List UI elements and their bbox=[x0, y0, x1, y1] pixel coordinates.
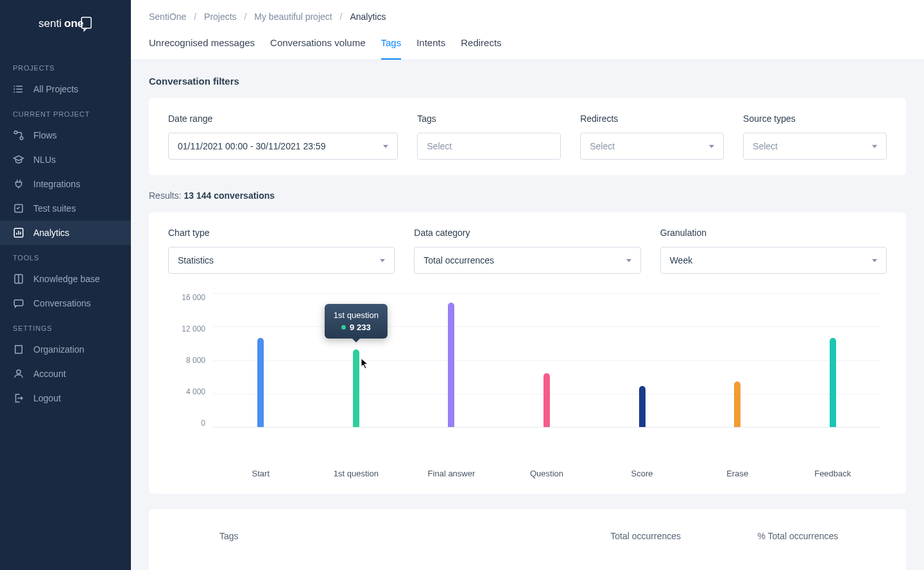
tab-redirects[interactable]: Redirects bbox=[461, 37, 501, 60]
select-placeholder: Select bbox=[590, 141, 615, 151]
table-col-pct: % Total occurrences bbox=[722, 531, 874, 541]
breadcrumb-current: Analytics bbox=[350, 12, 386, 22]
data-category-select[interactable]: Total occurrences bbox=[414, 247, 640, 274]
chevron-down-icon bbox=[872, 259, 877, 262]
brand-logo: senti one bbox=[0, 15, 131, 55]
bar bbox=[639, 386, 646, 427]
nav-test-suites[interactable]: Test suites bbox=[0, 196, 131, 221]
nav-label: Conversations bbox=[33, 298, 91, 308]
chat-icon bbox=[13, 298, 24, 309]
source-types-select[interactable]: Select bbox=[743, 133, 887, 160]
date-range-value: 01/11/2021 00:00 - 30/11/2021 23:59 bbox=[178, 141, 325, 151]
y-tick: 12 000 bbox=[175, 324, 205, 333]
graduation-icon bbox=[13, 154, 24, 165]
tags-filter-label: Tags bbox=[417, 113, 561, 124]
breadcrumb: SentiOne / Projects / My beautiful proje… bbox=[131, 0, 924, 28]
chart-type-select[interactable]: Statistics bbox=[168, 247, 395, 274]
bar-1st-question[interactable]: 1st question 9 233 bbox=[309, 293, 404, 427]
main: SentiOne / Projects / My beautiful proje… bbox=[131, 0, 924, 570]
book-icon bbox=[13, 273, 24, 285]
nav-label: Knowledge base bbox=[33, 274, 100, 284]
breadcrumb-link[interactable]: Projects bbox=[204, 12, 237, 22]
svg-point-8 bbox=[14, 92, 15, 92]
bar-feedback[interactable] bbox=[785, 293, 880, 427]
chart-area: 16 00012 0008 0004 0000 1st question 9 2… bbox=[168, 293, 887, 460]
nav-integrations[interactable]: Integrations bbox=[0, 172, 131, 196]
svg-point-10 bbox=[20, 137, 23, 140]
svg-rect-17 bbox=[15, 346, 22, 353]
x-label: Score bbox=[594, 469, 690, 478]
tooltip-title: 1st question bbox=[334, 310, 379, 320]
filters-title: Conversation filters bbox=[149, 76, 906, 87]
section-label-projects: PROJECTS bbox=[0, 55, 131, 77]
redirects-select[interactable]: Select bbox=[580, 133, 724, 160]
tab-tags[interactable]: Tags bbox=[381, 37, 402, 60]
checklist-icon bbox=[13, 203, 24, 214]
nav-organization[interactable]: Organization bbox=[0, 337, 131, 362]
nav-all-projects[interactable]: All Projects bbox=[0, 77, 131, 101]
nav-label: All Projects bbox=[33, 84, 78, 94]
section-label-settings: SETTINGS bbox=[0, 315, 131, 337]
chart-plot[interactable]: 1st question 9 233 bbox=[213, 293, 880, 428]
nav-account[interactable]: Account bbox=[0, 362, 131, 386]
y-tick: 16 000 bbox=[175, 293, 205, 302]
cursor-icon bbox=[361, 358, 370, 369]
bar bbox=[257, 338, 264, 427]
nav-flows[interactable]: Flows bbox=[0, 123, 131, 147]
tooltip-value: 9 233 bbox=[350, 323, 371, 332]
nav-conversations[interactable]: Conversations bbox=[0, 291, 131, 315]
x-label: Question bbox=[499, 469, 595, 478]
table-col-tags: Tags bbox=[181, 531, 570, 541]
granulation-select[interactable]: Week bbox=[660, 247, 887, 274]
date-range-label: Date range bbox=[168, 113, 398, 124]
x-label: Start bbox=[213, 469, 309, 478]
results-count: 13 144 conversations bbox=[184, 190, 275, 201]
breadcrumb-link[interactable]: My beautiful project bbox=[254, 12, 332, 22]
logout-icon bbox=[13, 392, 24, 404]
select-placeholder: Select bbox=[753, 141, 778, 151]
bar-start[interactable] bbox=[213, 293, 309, 427]
nav-label: NLUs bbox=[33, 155, 56, 165]
svg-point-22 bbox=[17, 370, 21, 374]
list-icon bbox=[13, 83, 24, 95]
bar bbox=[830, 338, 836, 427]
tab-conversations-volume[interactable]: Conversations volume bbox=[270, 37, 365, 60]
table-card: Tags Total occurrences % Total occurrenc… bbox=[149, 509, 906, 570]
filters-card: Date range 01/11/2021 00:00 - 30/11/2021… bbox=[149, 98, 906, 175]
nav-label: Analytics bbox=[33, 228, 69, 238]
bar-erase[interactable] bbox=[690, 293, 785, 427]
chart-type-label: Chart type bbox=[168, 228, 395, 238]
nav-logout[interactable]: Logout bbox=[0, 386, 131, 410]
svg-text:senti: senti bbox=[38, 17, 62, 29]
nav-nlus[interactable]: NLUs bbox=[0, 147, 131, 172]
tab-intents[interactable]: Intents bbox=[416, 37, 445, 60]
chevron-down-icon bbox=[709, 145, 714, 148]
nav-label: Flows bbox=[33, 130, 57, 140]
bar bbox=[353, 349, 359, 427]
svg-rect-16 bbox=[14, 300, 23, 306]
x-label: Feedback bbox=[785, 469, 880, 478]
bar-score[interactable] bbox=[594, 293, 690, 427]
bar-final-answer[interactable] bbox=[404, 293, 499, 427]
nav-label: Test suites bbox=[33, 203, 76, 214]
bar-question[interactable] bbox=[499, 293, 595, 427]
tab-unrecognised[interactable]: Unrecognised messages bbox=[149, 37, 255, 60]
nav-analytics[interactable]: Analytics bbox=[0, 221, 131, 245]
tags-select[interactable]: Select bbox=[417, 133, 561, 160]
user-icon bbox=[13, 368, 24, 380]
svg-point-7 bbox=[14, 89, 15, 90]
building-icon bbox=[13, 344, 24, 355]
section-label-current: CURRENT PROJECT bbox=[0, 101, 131, 123]
x-label: Final answer bbox=[404, 469, 499, 478]
select-placeholder: Select bbox=[427, 141, 452, 151]
y-axis: 16 00012 0008 0004 0000 bbox=[175, 293, 213, 428]
breadcrumb-link[interactable]: SentiOne bbox=[149, 12, 186, 22]
y-tick: 0 bbox=[175, 419, 205, 428]
nav-knowledge-base[interactable]: Knowledge base bbox=[0, 267, 131, 291]
bar bbox=[448, 303, 454, 427]
table-header: Tags Total occurrences % Total occurrenc… bbox=[168, 524, 887, 548]
date-range-select[interactable]: 01/11/2021 00:00 - 30/11/2021 23:59 bbox=[168, 133, 398, 160]
redirects-filter-label: Redirects bbox=[580, 113, 724, 124]
section-label-tools: TOOLS bbox=[0, 245, 131, 267]
chevron-down-icon bbox=[872, 145, 877, 148]
